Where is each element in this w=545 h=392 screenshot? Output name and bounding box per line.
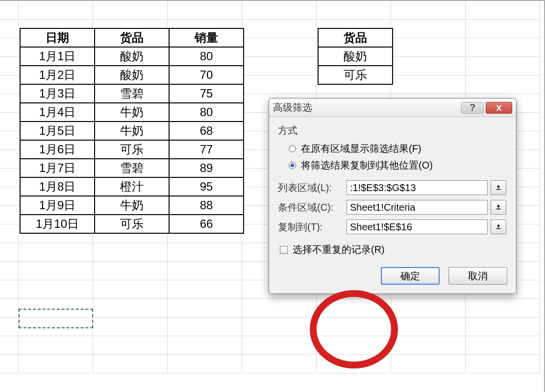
grid-cell[interactable] xyxy=(19,262,93,280)
table-cell[interactable]: 80 xyxy=(169,103,244,122)
unique-records-checkbox[interactable] xyxy=(280,246,288,254)
grid-cell[interactable] xyxy=(0,280,19,299)
list-range-input[interactable] xyxy=(347,180,488,195)
cancel-button[interactable]: 取消 xyxy=(448,267,507,285)
table-cell[interactable]: 雪碧 xyxy=(95,159,169,177)
grid-cell[interactable] xyxy=(242,355,317,373)
grid-cell[interactable] xyxy=(0,355,19,373)
grid-cell[interactable] xyxy=(466,336,540,355)
table-cell[interactable]: 酸奶 xyxy=(95,66,169,84)
grid-cell[interactable] xyxy=(466,1,540,20)
table-cell[interactable]: 牛奶 xyxy=(95,103,169,122)
grid-cell[interactable] xyxy=(391,1,466,20)
grid-cell[interactable] xyxy=(242,57,317,75)
grid-cell[interactable] xyxy=(0,318,19,336)
table-cell[interactable]: 1月3日 xyxy=(20,84,95,103)
grid-cell[interactable] xyxy=(168,336,242,355)
grid-cell[interactable] xyxy=(0,150,19,169)
grid-cell[interactable] xyxy=(168,280,242,299)
grid-cell[interactable] xyxy=(0,187,19,206)
grid-cell[interactable] xyxy=(391,38,466,57)
grid-cell[interactable] xyxy=(0,38,19,57)
criteria-header[interactable]: 货品 xyxy=(318,28,393,47)
grid-cell[interactable] xyxy=(242,38,317,57)
grid-cell[interactable] xyxy=(168,262,242,280)
grid-cell[interactable] xyxy=(0,262,19,280)
grid-cell[interactable] xyxy=(391,20,466,38)
grid-cell[interactable] xyxy=(168,1,242,20)
table-cell[interactable]: 1月2日 xyxy=(20,66,95,84)
dialog-titlebar[interactable]: 高级筛选 ? x xyxy=(269,98,516,117)
grid-cell[interactable] xyxy=(19,336,93,355)
grid-cell[interactable] xyxy=(466,38,540,57)
table-cell[interactable]: 酸奶 xyxy=(318,47,393,66)
grid-cell[interactable] xyxy=(93,1,168,20)
table-cell[interactable]: 1月7日 xyxy=(20,159,95,177)
grid-cell[interactable] xyxy=(242,75,317,94)
table-cell[interactable]: 1月4日 xyxy=(20,103,95,122)
table-cell[interactable]: 橙汁 xyxy=(95,177,169,196)
table-cell[interactable]: 牛奶 xyxy=(95,122,169,140)
grid-cell[interactable] xyxy=(242,20,317,38)
grid-cell[interactable] xyxy=(168,355,242,373)
grid-cell[interactable] xyxy=(168,318,242,336)
grid-cell[interactable] xyxy=(242,1,317,20)
grid-cell[interactable] xyxy=(93,280,168,299)
grid-cell[interactable] xyxy=(466,20,540,38)
grid-cell[interactable] xyxy=(0,206,19,224)
criteria-range-input[interactable] xyxy=(347,200,488,215)
table-cell[interactable]: 68 xyxy=(169,122,244,140)
grid-cell[interactable] xyxy=(0,131,19,150)
grid-cell[interactable] xyxy=(317,318,391,336)
table-cell[interactable]: 77 xyxy=(169,140,244,159)
grid-cell[interactable] xyxy=(0,94,19,113)
criteria-range-picker[interactable] xyxy=(491,200,506,215)
table-cell[interactable]: 75 xyxy=(169,84,244,103)
col-header-date[interactable]: 日期 xyxy=(20,28,95,47)
grid-cell[interactable] xyxy=(317,1,391,20)
grid-cell[interactable] xyxy=(391,75,466,94)
grid-cell[interactable] xyxy=(93,299,168,318)
col-header-product[interactable]: 货品 xyxy=(95,28,169,47)
table-cell[interactable]: 1月5日 xyxy=(20,122,95,140)
table-cell[interactable]: 66 xyxy=(169,215,244,233)
table-cell[interactable]: 可乐 xyxy=(95,215,169,233)
grid-cell[interactable] xyxy=(0,224,19,243)
grid-cell[interactable] xyxy=(466,57,540,75)
copy-to-picker[interactable] xyxy=(491,220,506,234)
grid-cell[interactable] xyxy=(168,299,242,318)
table-cell[interactable]: 可乐 xyxy=(318,66,393,84)
table-cell[interactable]: 80 xyxy=(169,47,244,66)
table-cell[interactable]: 雪碧 xyxy=(95,84,169,103)
grid-cell[interactable] xyxy=(391,355,466,373)
grid-cell[interactable] xyxy=(19,243,93,262)
grid-cell[interactable] xyxy=(466,318,540,336)
grid-cell[interactable] xyxy=(317,336,391,355)
grid-cell[interactable] xyxy=(466,355,540,373)
grid-cell[interactable] xyxy=(317,299,391,318)
table-cell[interactable]: 牛奶 xyxy=(95,196,169,215)
grid-cell[interactable] xyxy=(93,262,168,280)
close-button[interactable]: x xyxy=(486,102,512,114)
grid-cell[interactable] xyxy=(0,1,19,20)
grid-cell[interactable] xyxy=(0,243,19,262)
grid-cell[interactable] xyxy=(168,243,242,262)
grid-cell[interactable] xyxy=(466,299,540,318)
grid-cell[interactable] xyxy=(93,318,168,336)
grid-cell[interactable] xyxy=(466,75,540,94)
grid-cell[interactable] xyxy=(0,299,19,318)
grid-cell[interactable] xyxy=(391,336,466,355)
grid-cell[interactable] xyxy=(93,336,168,355)
table-cell[interactable]: 1月10日 xyxy=(20,215,95,233)
grid-cell[interactable] xyxy=(317,355,391,373)
grid-cell[interactable] xyxy=(391,299,466,318)
grid-cell[interactable] xyxy=(0,113,19,131)
grid-cell[interactable] xyxy=(93,243,168,262)
grid-cell[interactable] xyxy=(391,318,466,336)
grid-cell[interactable] xyxy=(19,1,93,20)
grid-cell[interactable] xyxy=(242,336,317,355)
grid-cell[interactable] xyxy=(19,280,93,299)
grid-cell[interactable] xyxy=(0,169,19,187)
ok-button[interactable]: 确定 xyxy=(381,267,440,285)
grid-cell[interactable] xyxy=(93,355,168,373)
